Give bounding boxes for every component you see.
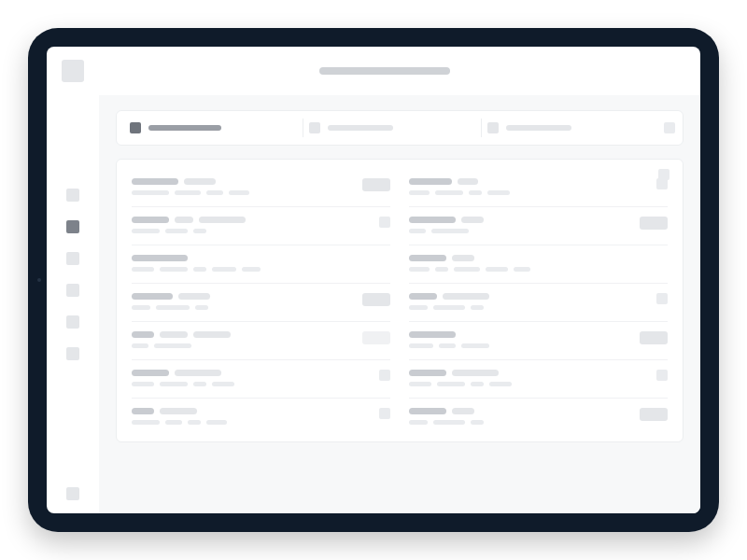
list-item[interactable] [132, 284, 390, 322]
item-action-icon[interactable] [379, 217, 390, 228]
subtitle-segment [132, 229, 160, 233]
item-action-icon[interactable] [379, 408, 390, 419]
list-item-subtitle [409, 190, 632, 195]
subtitle-segment [431, 229, 469, 233]
list-item-subtitle [409, 420, 632, 425]
top-bar [47, 47, 700, 95]
list-item-text [409, 255, 632, 272]
subtitle-segment [409, 190, 430, 195]
item-action-icon[interactable] [379, 370, 390, 381]
subtitle-segment [409, 343, 433, 348]
list-item[interactable] [132, 169, 390, 207]
list-item[interactable] [409, 169, 668, 207]
sidebar-item-0[interactable] [66, 189, 79, 202]
tab-0[interactable] [124, 119, 293, 137]
list-item[interactable] [409, 322, 668, 360]
item-action-icon[interactable] [656, 293, 668, 304]
subtitle-segment [487, 190, 510, 195]
sidebar-item-4[interactable] [66, 315, 79, 329]
subtitle-segment [160, 382, 188, 386]
subtitle-segment [229, 190, 249, 195]
title-segment [443, 293, 489, 300]
subtitle-segment [160, 267, 188, 272]
list-item-trailing [640, 370, 668, 381]
list-item-subtitle [132, 190, 355, 195]
list-item-title [409, 293, 632, 300]
subtitle-segment [433, 420, 465, 425]
tab-action-icon[interactable] [664, 122, 675, 133]
subtitle-segment [409, 229, 426, 233]
subtitle-segment [132, 343, 148, 348]
tab-strip [116, 110, 684, 146]
title-segment [409, 408, 446, 414]
list-item-title [132, 331, 355, 338]
sidebar-item-5[interactable] [66, 347, 79, 360]
sidebar-rail [47, 95, 99, 513]
app-body [47, 95, 700, 513]
tab-2[interactable] [481, 119, 651, 137]
subtitle-segment [212, 267, 236, 272]
subtitle-segment [454, 267, 480, 272]
list-item-trailing [640, 408, 668, 421]
title-segment [409, 217, 456, 223]
sidebar-item-2[interactable] [66, 252, 79, 265]
list-item-subtitle [132, 305, 355, 310]
list-item[interactable] [409, 245, 668, 284]
item-action-icon[interactable] [656, 370, 668, 381]
tab-2-icon [487, 122, 499, 133]
app-logo[interactable] [62, 60, 84, 82]
list-item[interactable] [132, 360, 390, 399]
title-segment [409, 293, 437, 300]
title-segment [461, 217, 484, 223]
subtitle-segment [242, 267, 261, 272]
list-item-text [409, 217, 632, 233]
subtitle-segment [206, 420, 227, 425]
tab-2-label [506, 125, 571, 131]
subtitle-segment [175, 190, 201, 195]
subtitle-segment [132, 267, 154, 272]
list-item[interactable] [409, 207, 668, 245]
list-item[interactable] [132, 207, 390, 245]
list-item-title [409, 255, 632, 261]
list-item-subtitle [132, 420, 355, 425]
tab-1[interactable] [303, 119, 472, 137]
subtitle-segment [471, 305, 484, 310]
list-item-text [132, 331, 355, 348]
list-item-title [132, 255, 355, 261]
list-item-subtitle [409, 343, 632, 348]
list-item-trailing [640, 217, 668, 230]
list-item[interactable] [132, 322, 390, 360]
list-item[interactable] [132, 399, 390, 436]
list-item-title [132, 178, 355, 185]
list-item-title [132, 217, 355, 223]
title-segment [132, 331, 154, 338]
list-item-trailing [362, 331, 390, 344]
tablet-frame [28, 28, 719, 532]
list-item-title [132, 370, 355, 376]
list-item-subtitle [409, 229, 632, 233]
title-segment [132, 217, 169, 223]
status-badge [362, 178, 390, 191]
app-screen [47, 47, 700, 513]
subtitle-segment [409, 420, 428, 425]
tab-1-label [328, 125, 393, 131]
status-badge [640, 331, 668, 344]
panel-action-icon[interactable] [658, 169, 669, 180]
sidebar-item-3[interactable] [66, 284, 79, 297]
list-item[interactable] [409, 284, 668, 322]
list-item[interactable] [409, 360, 668, 399]
subtitle-segment [439, 343, 456, 348]
list-item-trailing [640, 293, 668, 304]
list-item-title [409, 370, 632, 376]
sidebar-footer-item[interactable] [66, 487, 79, 500]
sidebar-item-1[interactable] [66, 220, 79, 233]
status-badge [640, 217, 668, 230]
list-item-text [409, 178, 632, 195]
list-item-title [409, 178, 632, 185]
list-item[interactable] [409, 399, 668, 436]
list-item[interactable] [132, 245, 390, 284]
title-segment [132, 408, 154, 414]
list-item-subtitle [132, 343, 355, 348]
subtitle-segment [193, 267, 206, 272]
subtitle-segment [471, 420, 484, 425]
